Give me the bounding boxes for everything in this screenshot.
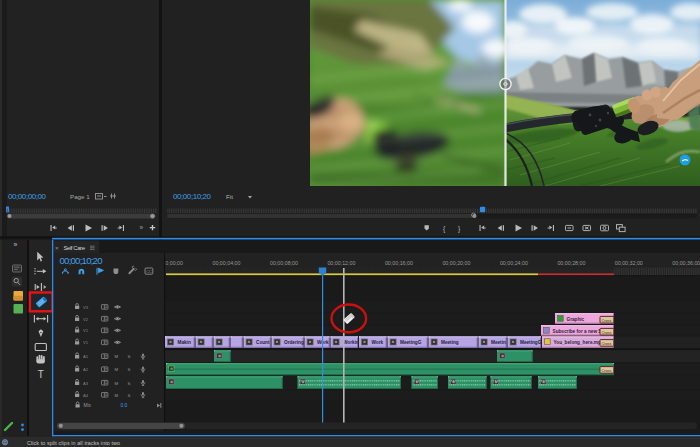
svg-text:M: M xyxy=(115,393,119,398)
svg-text:V2: V2 xyxy=(83,317,89,322)
svg-text:Subscribe for a new Se: Subscribe for a new Se xyxy=(553,329,605,334)
svg-text:Work: Work xyxy=(372,340,384,345)
svg-text:00;00;36;00: 00;00;36;00 xyxy=(672,260,700,266)
svg-text:00;00;24;00: 00;00;24;00 xyxy=(500,260,528,266)
svg-text:A1: A1 xyxy=(83,354,89,359)
svg-text:V1: V1 xyxy=(83,328,89,333)
svg-text:»: » xyxy=(140,224,144,231)
svg-text:M: M xyxy=(115,354,119,359)
svg-text:Click to split clips in all tr: Click to split clips in all tracks into … xyxy=(27,440,120,446)
svg-text:V3: V3 xyxy=(83,305,89,310)
svg-text:V1: V1 xyxy=(83,340,89,345)
svg-text:Cross: Cross xyxy=(601,319,611,323)
svg-text:M: M xyxy=(115,381,119,386)
svg-text:00;00;04;00: 00;00;04;00 xyxy=(213,260,241,266)
svg-text:00;00;16;00: 00;00;16;00 xyxy=(385,260,413,266)
svg-text:Self Care: Self Care xyxy=(64,245,86,251)
svg-text:S: S xyxy=(128,381,131,386)
svg-text:A3: A3 xyxy=(83,381,89,386)
svg-text:MeetingG: MeetingG xyxy=(400,340,422,345)
svg-text:Graphic: Graphic xyxy=(567,317,585,322)
svg-text:00;00;32;00: 00;00;32;00 xyxy=(615,260,643,266)
svg-text:00;00;12;00: 00;00;12;00 xyxy=(327,260,355,266)
svg-text:Page 1: Page 1 xyxy=(70,193,90,200)
svg-text:×: × xyxy=(55,245,59,251)
svg-text:»: » xyxy=(14,241,18,248)
svg-text:Cross: Cross xyxy=(601,369,611,373)
svg-text:S: S xyxy=(128,354,131,359)
svg-text:S: S xyxy=(128,367,131,372)
svg-text:A4: A4 xyxy=(83,393,89,398)
svg-text:00;00;20;00: 00;00;20;00 xyxy=(442,260,470,266)
svg-text:0.0: 0.0 xyxy=(121,403,128,408)
svg-text:CC: CC xyxy=(146,269,152,274)
svg-text:M: M xyxy=(115,367,119,372)
svg-text:Cross: Cross xyxy=(601,331,611,335)
svg-text:00;00;28;00: 00;00;28;00 xyxy=(557,260,585,266)
svg-text:S: S xyxy=(128,393,131,398)
svg-text:Meeting: Meeting xyxy=(441,340,459,345)
svg-text:Workin: Workin xyxy=(343,340,359,345)
svg-text:Count: Count xyxy=(256,340,270,345)
svg-text:00;00;10;20: 00;00;10;20 xyxy=(173,192,212,201)
svg-text:Fit: Fit xyxy=(226,193,233,200)
svg-text:00;00;08;00: 00;00;08;00 xyxy=(270,260,298,266)
svg-text:T: T xyxy=(38,369,44,380)
svg-text:Ordering: Ordering xyxy=(284,340,304,345)
svg-text:Meetin: Meetin xyxy=(491,340,506,345)
svg-text:00;00;00;00: 00;00;00;00 xyxy=(8,192,47,201)
svg-text:MeetingG: MeetingG xyxy=(520,340,542,345)
svg-text:00;00;10;20: 00;00;10;20 xyxy=(60,255,103,266)
svg-text:Makin: Makin xyxy=(178,340,191,345)
svg-text:You_belong_here.mp4: You_belong_here.mp4 xyxy=(554,340,604,345)
svg-text:Cross: Cross xyxy=(601,342,611,346)
svg-text:A2: A2 xyxy=(83,367,89,372)
svg-text:Mix: Mix xyxy=(84,403,92,408)
